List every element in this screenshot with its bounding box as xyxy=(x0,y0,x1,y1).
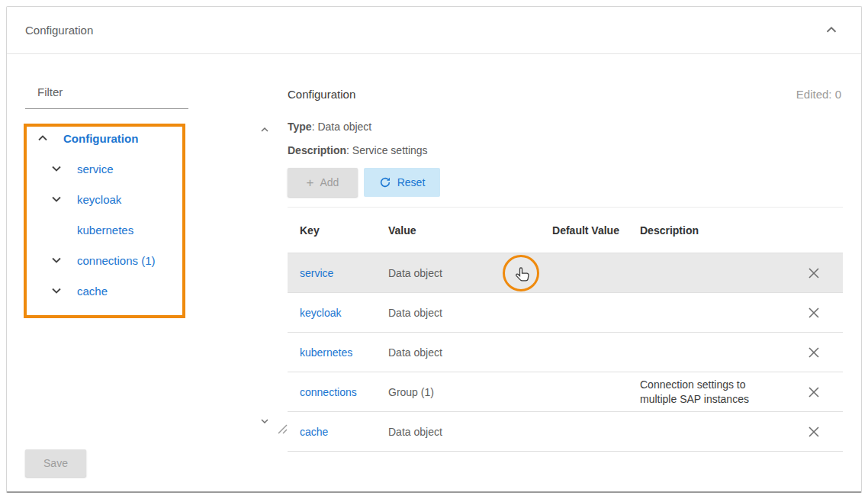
description-label: Description xyxy=(288,144,346,156)
tree-node-spacer xyxy=(48,222,65,237)
col-header-default-value: Default Value xyxy=(544,208,628,253)
close-icon xyxy=(808,267,820,279)
chevron-up-icon[interactable] xyxy=(34,130,51,146)
delete-row-button[interactable] xyxy=(805,264,823,282)
configuration-panel: Configuration Configuration service keyc… xyxy=(6,6,862,493)
row-value: Group (1) xyxy=(376,372,544,412)
delete-row-button[interactable] xyxy=(805,383,823,401)
panel-header: Configuration xyxy=(7,7,861,54)
delete-row-button[interactable] xyxy=(805,304,823,322)
reset-button-label: Reset xyxy=(397,176,426,188)
table-row-service[interactable]: service Data object xyxy=(288,253,843,293)
tree-node-label: keycloak xyxy=(77,193,121,206)
tree-scrollbar[interactable] xyxy=(259,123,271,428)
table-row-kubernetes[interactable]: kubernetes Data object xyxy=(288,333,843,372)
row-value: Data object xyxy=(376,333,544,372)
row-description xyxy=(628,412,785,452)
row-value: Data object xyxy=(376,293,544,333)
col-header-actions xyxy=(785,208,843,253)
delete-row-button[interactable] xyxy=(805,343,823,362)
row-description xyxy=(628,333,785,372)
col-header-key: Key xyxy=(288,208,376,253)
row-key[interactable]: kubernetes xyxy=(288,333,376,372)
panel-title: Configuration xyxy=(25,7,93,54)
save-button[interactable]: Save xyxy=(25,449,86,477)
resize-grip-icon[interactable] xyxy=(277,423,288,434)
tree-node-label: Configuration xyxy=(63,132,138,145)
add-button[interactable]: + Add xyxy=(288,168,358,197)
filter-input[interactable] xyxy=(25,80,188,109)
row-default-value xyxy=(544,412,628,452)
row-description xyxy=(628,293,785,333)
row-default-value xyxy=(544,372,628,412)
details-title: Configuration xyxy=(288,88,355,101)
table-header-row: Key Value Default Value Description xyxy=(288,208,843,253)
tree-node-cache[interactable]: cache xyxy=(25,275,271,306)
table-row-keycloak[interactable]: keycloak Data object xyxy=(288,293,843,333)
row-description: Connection settings to multiple SAP inst… xyxy=(628,372,785,412)
close-icon xyxy=(808,346,820,359)
row-key[interactable]: keycloak xyxy=(288,293,376,333)
type-label: Type xyxy=(288,121,312,133)
tree-node-configuration[interactable]: Configuration xyxy=(25,123,271,153)
row-key[interactable]: service xyxy=(288,253,376,293)
refresh-icon xyxy=(379,176,391,188)
table-row-cache[interactable]: cache Data object xyxy=(288,412,843,452)
edited-counter: Edited: 0 xyxy=(796,88,841,101)
col-header-description: Description xyxy=(628,208,785,253)
description-separator: : xyxy=(346,144,352,156)
type-line: Type: Data object xyxy=(288,121,371,133)
row-value: Data object xyxy=(376,412,544,452)
tree-node-connections[interactable]: connections (1) xyxy=(25,245,271,275)
table-row-connections[interactable]: connections Group (1) Connection setting… xyxy=(288,372,843,412)
row-key[interactable]: connections xyxy=(288,372,376,412)
row-key[interactable]: cache xyxy=(288,412,376,452)
configuration-tree: Configuration service keycloak kubernete… xyxy=(25,123,271,428)
description-line: Description: Service settings xyxy=(288,144,428,156)
table-actions: + Add Reset xyxy=(288,168,440,197)
scroll-down-icon[interactable] xyxy=(260,417,269,425)
chevron-down-icon[interactable] xyxy=(48,192,65,207)
chevron-down-icon[interactable] xyxy=(48,283,65,298)
delete-row-button[interactable] xyxy=(805,423,823,441)
tree-node-label: cache xyxy=(77,285,108,298)
plus-icon: + xyxy=(307,176,314,189)
row-default-value xyxy=(544,333,628,372)
tree-node-service[interactable]: service xyxy=(25,153,271,184)
tree-node-label: kubernetes xyxy=(77,224,133,237)
close-icon xyxy=(808,307,820,319)
col-header-value: Value xyxy=(376,208,544,253)
scroll-up-icon[interactable] xyxy=(260,126,269,134)
tree-node-kubernetes[interactable]: kubernetes xyxy=(25,214,271,245)
type-value: Data object xyxy=(317,121,371,133)
row-description xyxy=(628,253,785,293)
collapse-panel-chevron-up-icon[interactable] xyxy=(823,21,840,41)
close-icon xyxy=(808,386,820,398)
tree-node-label: service xyxy=(77,163,114,175)
row-default-value xyxy=(544,253,628,293)
chevron-down-icon[interactable] xyxy=(48,253,65,268)
configuration-table: Key Value Default Value Description serv… xyxy=(288,207,843,452)
description-value: Service settings xyxy=(352,144,428,156)
row-value: Data object xyxy=(376,253,544,293)
chevron-down-icon[interactable] xyxy=(48,161,65,176)
add-button-label: Add xyxy=(320,176,339,188)
row-default-value xyxy=(544,293,628,333)
tree-node-label: connections (1) xyxy=(77,254,156,267)
reset-button[interactable]: Reset xyxy=(364,168,440,197)
close-icon xyxy=(808,426,820,438)
tree-node-keycloak[interactable]: keycloak xyxy=(25,184,271,214)
